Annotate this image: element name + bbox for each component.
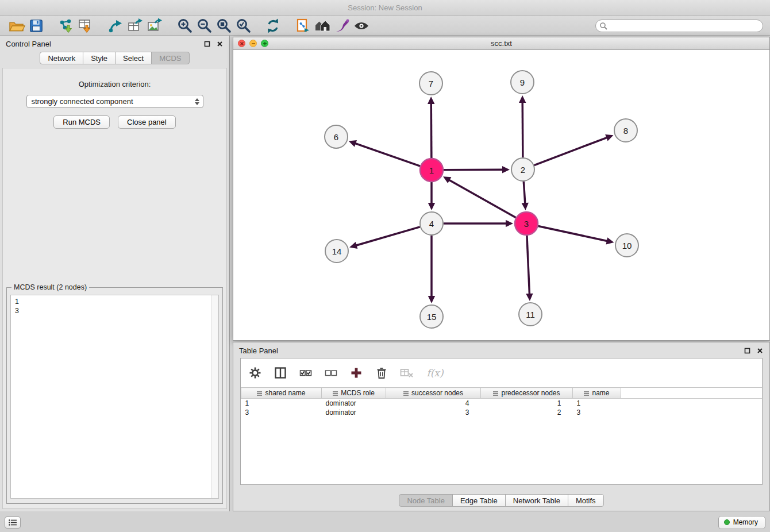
deselect-all-rows-button[interactable] bbox=[322, 365, 340, 381]
graph-edge-2-9[interactable] bbox=[519, 95, 526, 157]
graph-edge-1-4[interactable] bbox=[428, 182, 435, 210]
import-network-button[interactable] bbox=[56, 17, 76, 34]
graph-edge-3-11[interactable] bbox=[526, 236, 533, 301]
column-menu-icon[interactable] bbox=[333, 391, 338, 392]
page-share-button[interactable] bbox=[293, 17, 313, 34]
import-table-button[interactable] bbox=[76, 17, 95, 34]
column-settings-button[interactable] bbox=[247, 365, 264, 381]
column-menu-icon[interactable] bbox=[493, 391, 498, 392]
table-cell[interactable]: 3 bbox=[241, 408, 322, 417]
table-cell[interactable]: 3 bbox=[573, 408, 621, 417]
graph-node-14[interactable]: 14 bbox=[325, 240, 348, 263]
graph-node-10[interactable]: 10 bbox=[615, 234, 638, 257]
tab-node-table[interactable]: Node Table bbox=[399, 494, 453, 507]
column-menu-icon[interactable] bbox=[584, 391, 589, 392]
graph-edge-1-7[interactable] bbox=[428, 97, 434, 158]
tab-select[interactable]: Select bbox=[115, 52, 152, 64]
select-all-rows-button[interactable] bbox=[297, 365, 314, 381]
column-header-successor-nodes[interactable]: successor nodes bbox=[386, 388, 481, 399]
graph-edge-2-8[interactable] bbox=[534, 134, 614, 165]
window-minimize-button[interactable] bbox=[249, 40, 257, 47]
table-cell[interactable] bbox=[621, 408, 763, 417]
run-mcds-button[interactable]: Run MCDS bbox=[53, 115, 110, 129]
graph-edge-1-2[interactable] bbox=[444, 166, 510, 173]
float-table-panel-button[interactable] bbox=[744, 347, 751, 354]
graph-edge-4-14[interactable] bbox=[349, 227, 420, 249]
close-table-panel-button[interactable] bbox=[756, 347, 764, 354]
tab-style[interactable]: Style bbox=[83, 52, 116, 64]
table-cell[interactable]: dominator bbox=[322, 399, 386, 408]
table-cell[interactable]: 1 bbox=[241, 399, 322, 408]
table-cell[interactable]: 4 bbox=[386, 399, 481, 408]
tab-edge-table[interactable]: Edge Table bbox=[452, 494, 506, 507]
task-history-button[interactable] bbox=[5, 516, 21, 529]
zoom-fit-button[interactable] bbox=[214, 17, 233, 34]
graph-edge-3-10[interactable] bbox=[538, 226, 614, 244]
window-zoom-button[interactable] bbox=[261, 40, 268, 47]
graph-node-15[interactable]: 15 bbox=[420, 305, 443, 328]
column-header-name[interactable]: name bbox=[573, 388, 621, 399]
svg-text:6: 6 bbox=[334, 132, 338, 142]
column-header-mcds-role[interactable]: MCDS role bbox=[322, 388, 386, 399]
close-panel-button[interactable] bbox=[216, 40, 224, 48]
memory-button[interactable]: Memory bbox=[718, 516, 765, 529]
float-panel-button[interactable] bbox=[203, 40, 211, 48]
zoom-out-button[interactable] bbox=[194, 17, 214, 34]
graph-node-11[interactable]: 11 bbox=[519, 303, 542, 326]
graph-node-7[interactable]: 7 bbox=[419, 72, 442, 95]
delete-column-button[interactable] bbox=[373, 365, 390, 381]
graph-edge-3-1[interactable] bbox=[443, 176, 516, 217]
table-cell[interactable]: 1 bbox=[481, 399, 573, 408]
graph-node-4[interactable]: 4 bbox=[420, 212, 443, 235]
delete-table-button[interactable] bbox=[398, 365, 415, 381]
export-image-button[interactable] bbox=[145, 17, 164, 34]
function-builder-button[interactable]: f(x) bbox=[424, 365, 446, 381]
graph-edge-4-3[interactable] bbox=[444, 220, 513, 227]
open-session-button[interactable] bbox=[7, 17, 26, 34]
search-input[interactable] bbox=[610, 22, 759, 30]
graph-edge-2-3[interactable] bbox=[522, 182, 529, 210]
network-home-button[interactable] bbox=[313, 17, 332, 34]
graph-node-2[interactable]: 2 bbox=[511, 158, 534, 181]
tab-network-table[interactable]: Network Table bbox=[505, 494, 568, 507]
table-cell[interactable]: 3 bbox=[386, 408, 481, 417]
network-graph[interactable]: 7968124314101511 bbox=[233, 50, 769, 340]
table-cell[interactable]: 2 bbox=[481, 408, 573, 417]
apply-style-button[interactable] bbox=[332, 17, 352, 34]
graph-edge-4-15[interactable] bbox=[428, 236, 435, 303]
plus-icon bbox=[350, 367, 363, 379]
graph-node-6[interactable]: 6 bbox=[325, 125, 348, 148]
graph-node-1[interactable]: 1 bbox=[420, 159, 443, 182]
table-cell[interactable]: dominator bbox=[322, 408, 386, 417]
column-menu-icon[interactable] bbox=[257, 391, 262, 392]
export-table-button[interactable] bbox=[125, 17, 145, 34]
graph-node-8[interactable]: 8 bbox=[614, 119, 637, 142]
zoom-selected-button[interactable] bbox=[233, 17, 253, 34]
apply-layout-button[interactable] bbox=[263, 17, 283, 34]
window-close-button[interactable] bbox=[238, 40, 245, 47]
graph-node-9[interactable]: 9 bbox=[511, 71, 534, 94]
table-row[interactable]: 1dominator411 bbox=[241, 399, 763, 408]
save-session-button[interactable] bbox=[26, 17, 46, 34]
column-header-predecessor-nodes[interactable]: predecessor nodes bbox=[481, 388, 573, 399]
graph-node-3[interactable]: 3 bbox=[515, 212, 538, 235]
result-scrollbar[interactable] bbox=[211, 295, 218, 498]
export-network-button[interactable] bbox=[106, 17, 125, 34]
table-cell[interactable]: 1 bbox=[573, 399, 621, 408]
graph-edge-1-6[interactable] bbox=[349, 140, 420, 166]
show-columns-button[interactable] bbox=[272, 365, 289, 381]
column-header-shared-name[interactable]: shared name bbox=[241, 388, 322, 399]
column-menu-icon[interactable] bbox=[403, 391, 409, 392]
show-details-button[interactable] bbox=[352, 17, 371, 34]
mcds-result-box[interactable]: 13 bbox=[10, 295, 219, 499]
table-cell[interactable] bbox=[621, 399, 763, 408]
new-column-button[interactable] bbox=[348, 365, 365, 381]
table-row[interactable]: 3dominator323 bbox=[241, 408, 763, 417]
tab-motifs[interactable]: Motifs bbox=[568, 494, 604, 507]
tab-mcds[interactable]: MCDS bbox=[151, 52, 189, 64]
zoom-in-button[interactable] bbox=[175, 17, 194, 34]
criterion-dropdown[interactable]: strongly connected component bbox=[26, 95, 203, 108]
network-canvas[interactable]: 7968124314101511 bbox=[233, 50, 769, 340]
tab-network[interactable]: Network bbox=[40, 52, 83, 64]
close-panel-push-button[interactable]: Close panel bbox=[118, 115, 176, 129]
